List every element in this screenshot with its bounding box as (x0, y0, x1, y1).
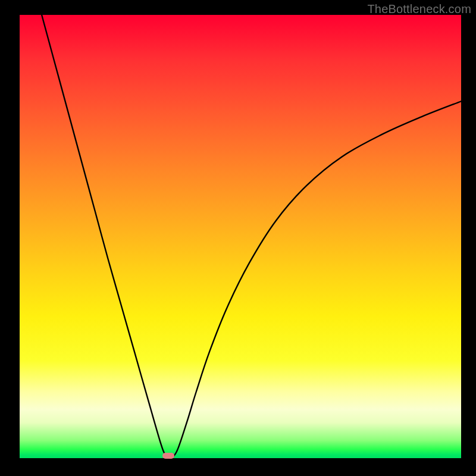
minimum-marker (162, 453, 174, 459)
chart-frame: TheBottleneck.com (0, 0, 476, 476)
watermark-text: TheBottleneck.com (367, 2, 471, 16)
curve-svg (20, 15, 461, 458)
bottleneck-curve-path (42, 15, 461, 458)
chart-plot-area (20, 15, 461, 458)
